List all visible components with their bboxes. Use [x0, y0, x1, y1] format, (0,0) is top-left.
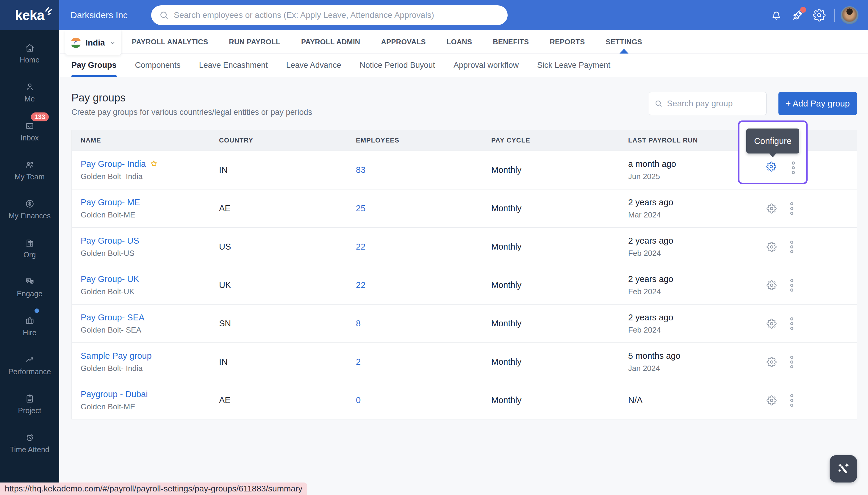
pay-cycle-cell: Monthly	[482, 395, 619, 405]
sidebar-item-time-attend[interactable]: Time Attend	[0, 424, 59, 463]
last-run-relative: 2 years ago	[628, 198, 744, 207]
table-row: Sample Pay group Golden Bolt- India IN 2…	[72, 342, 857, 381]
magic-wand-button[interactable]	[830, 455, 857, 482]
employees-link[interactable]: 83	[356, 165, 365, 175]
sidebar-item-engage[interactable]: Engage	[0, 268, 59, 307]
nav-payroll-analytics[interactable]: PAYROLL ANALYTICS	[132, 30, 208, 54]
sidebar: Home Me 133 Inbox My Team My Finances Or…	[0, 30, 59, 495]
more-options-icon[interactable]	[789, 317, 794, 331]
topbar-actions	[766, 0, 868, 30]
sidebar-item-home[interactable]: Home	[0, 34, 59, 73]
pay-group-search-input[interactable]	[667, 99, 761, 108]
page-title: Pay groups	[71, 92, 125, 104]
sidebar-item-inbox[interactable]: 133 Inbox	[0, 112, 59, 151]
tab-sick-leave-payment[interactable]: Sick Leave Payment	[537, 54, 610, 77]
sidebar-item-org[interactable]: Org	[0, 229, 59, 268]
legal-entity: Golden Bolt- SEA	[81, 325, 210, 335]
more-options-icon[interactable]	[789, 240, 794, 254]
configure-gear-icon[interactable]	[767, 357, 777, 367]
employees-link[interactable]: 0	[356, 395, 361, 405]
employees-link[interactable]: 25	[356, 203, 365, 213]
last-run-relative: 2 years ago	[628, 313, 744, 322]
configure-gear-icon[interactable]	[767, 280, 777, 290]
tab-pay-groups[interactable]: Pay Groups	[71, 54, 117, 77]
sidebar-item-my-finances[interactable]: My Finances	[0, 190, 59, 229]
table-row: Paygroup - Dubai Golden Bolt-ME AE 0 Mon…	[72, 381, 857, 419]
nav-loans[interactable]: LOANS	[447, 30, 472, 54]
last-run-date: Feb 2024	[628, 249, 744, 258]
nav-run-payroll[interactable]: RUN PAYROLL	[229, 30, 280, 54]
last-run-date: Jan 2024	[628, 364, 744, 373]
sidebar-item-my-team[interactable]: My Team	[0, 151, 59, 190]
nav-reports[interactable]: REPORTS	[550, 30, 585, 54]
employees-link[interactable]: 8	[356, 319, 361, 328]
paygroup-name-link[interactable]: Pay Group- US	[81, 236, 139, 246]
tab-leave-encashment[interactable]: Leave Encashment	[199, 54, 268, 77]
avatar[interactable]	[840, 6, 858, 24]
configure-gear-icon[interactable]	[767, 319, 777, 329]
project-clipboard-icon	[25, 394, 35, 404]
more-options-icon[interactable]	[789, 201, 794, 216]
sidebar-item-hire[interactable]: Hire	[0, 307, 59, 346]
employees-link[interactable]: 22	[356, 242, 365, 251]
more-options-icon[interactable]	[789, 393, 794, 408]
global-search-input[interactable]	[174, 11, 500, 20]
tab-approval-workflow[interactable]: Approval workflow	[454, 54, 518, 77]
tab-leave-advance[interactable]: Leave Advance	[286, 54, 341, 77]
sidebar-item-me[interactable]: Me	[0, 73, 59, 112]
configure-gear-icon[interactable]	[767, 242, 777, 252]
pay-cycle-cell: Monthly	[482, 319, 619, 328]
configure-tooltip: Configure	[746, 129, 799, 154]
paygroup-name-link[interactable]: Pay Group- India	[81, 159, 146, 169]
india-flag-icon	[70, 37, 81, 49]
person-icon	[25, 82, 35, 92]
global-search[interactable]	[151, 5, 508, 25]
logo-spark-icon	[42, 4, 54, 16]
paygroup-name-link[interactable]: Pay Group- ME	[81, 198, 140, 207]
sidebar-item-performance[interactable]: Performance	[0, 346, 59, 385]
configure-gear-icon[interactable]	[767, 203, 777, 214]
more-options-icon[interactable]	[789, 355, 794, 369]
employees-link[interactable]: 22	[356, 280, 365, 290]
last-run-relative: 2 years ago	[628, 274, 744, 284]
country-cell: IN	[210, 165, 347, 175]
paygroup-name-link[interactable]: Sample Pay group	[81, 351, 152, 361]
settings-gear-icon[interactable]	[809, 4, 830, 26]
paygroup-name-link[interactable]: Pay Group- UK	[81, 274, 139, 284]
table-row: Pay Group- ME Golden Bolt-ME AE 25 Month…	[72, 189, 857, 227]
whats-new-rocket-icon[interactable]	[787, 4, 809, 26]
employees-link[interactable]: 2	[356, 357, 361, 366]
tab-components[interactable]: Components	[135, 54, 181, 77]
inbox-icon	[25, 121, 35, 131]
chevron-down-icon	[109, 39, 116, 47]
keka-logo[interactable]: keka	[0, 0, 59, 30]
notifications-bell-icon[interactable]	[766, 4, 787, 26]
last-run-date: Feb 2024	[628, 287, 744, 296]
nav-settings[interactable]: SETTINGS	[606, 30, 642, 54]
table-row: Pay Group- SEA Golden Bolt- SEA SN 8 Mon…	[72, 304, 857, 342]
nav-benefits[interactable]: BENEFITS	[493, 30, 529, 54]
settings-tabs: Pay Groups Components Leave Encashment L…	[59, 54, 868, 77]
tab-notice-period-buyout[interactable]: Notice Period Buyout	[359, 54, 435, 77]
favorite-star-icon[interactable]	[149, 159, 158, 168]
country-cell: IN	[210, 357, 347, 367]
hire-briefcase-icon	[25, 315, 35, 326]
nav-payroll-admin[interactable]: PAYROLL ADMIN	[301, 30, 360, 54]
search-icon	[159, 10, 169, 20]
country-selector[interactable]: India	[65, 30, 121, 55]
configure-gear-icon[interactable]	[766, 161, 776, 172]
add-pay-group-button[interactable]: + Add Pay group	[779, 92, 857, 115]
last-run-relative: N/A	[628, 395, 744, 405]
legal-entity: Golden Bolt-ME	[81, 402, 210, 411]
nav-approvals[interactable]: APPROVALS	[381, 30, 426, 54]
more-options-icon[interactable]	[791, 160, 796, 175]
configure-gear-icon[interactable]	[767, 395, 777, 406]
paygroup-name-link[interactable]: Pay Group- SEA	[81, 313, 144, 322]
sidebar-item-project[interactable]: Project	[0, 385, 59, 424]
pay-group-search[interactable]	[649, 92, 767, 115]
page-subtitle: Create pay groups for various countries/…	[71, 108, 312, 117]
more-options-icon[interactable]	[789, 278, 794, 292]
tooltip-arrow	[769, 153, 777, 157]
module-nav-items: PAYROLL ANALYTICS RUN PAYROLL PAYROLL AD…	[132, 30, 642, 54]
paygroup-name-link[interactable]: Paygroup - Dubai	[81, 389, 148, 399]
